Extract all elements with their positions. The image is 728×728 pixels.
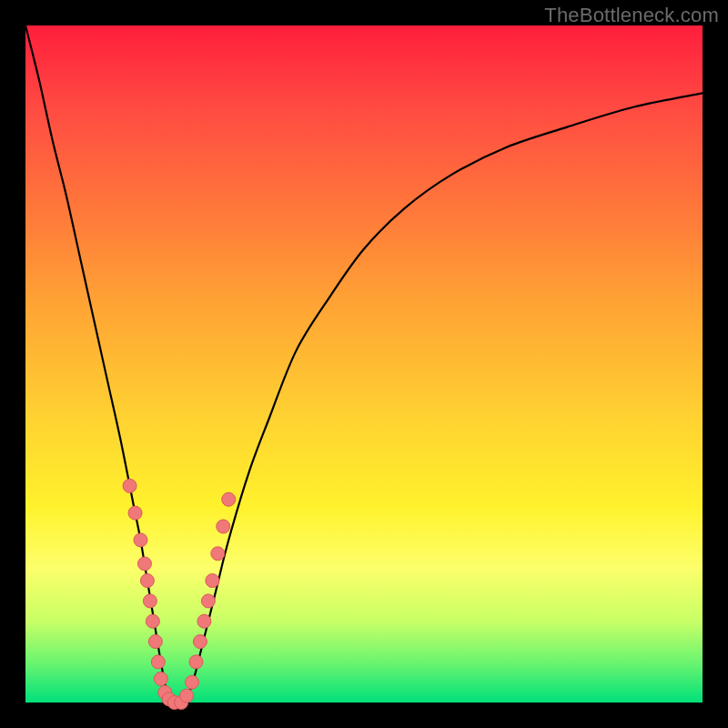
marker-dot: [123, 479, 136, 492]
watermark-text: TheBottleneck.com: [544, 4, 719, 27]
marker-dot: [217, 520, 230, 533]
bottleneck-curve: [25, 25, 703, 703]
marker-dot: [193, 635, 207, 649]
curve-svg: [25, 25, 703, 703]
marker-layer: [123, 479, 236, 709]
plot-area: [25, 25, 703, 703]
marker-dot: [206, 574, 219, 588]
marker-dot: [186, 675, 199, 689]
outer-frame: TheBottleneck.com: [0, 0, 728, 728]
marker-dot: [197, 614, 211, 628]
marker-dot: [189, 655, 203, 669]
marker-dot: [140, 574, 154, 588]
marker-dot: [222, 492, 236, 506]
marker-dot: [154, 672, 167, 685]
marker-dot: [211, 547, 225, 561]
marker-dot: [134, 533, 147, 547]
marker-dot: [201, 594, 215, 608]
marker-dot: [137, 557, 151, 571]
marker-dot: [146, 614, 159, 628]
marker-dot: [128, 506, 142, 520]
marker-dot: [143, 594, 157, 608]
curve-layer: [25, 25, 703, 703]
marker-dot: [148, 635, 162, 649]
marker-dot: [151, 655, 165, 669]
marker-dot: [180, 689, 194, 703]
